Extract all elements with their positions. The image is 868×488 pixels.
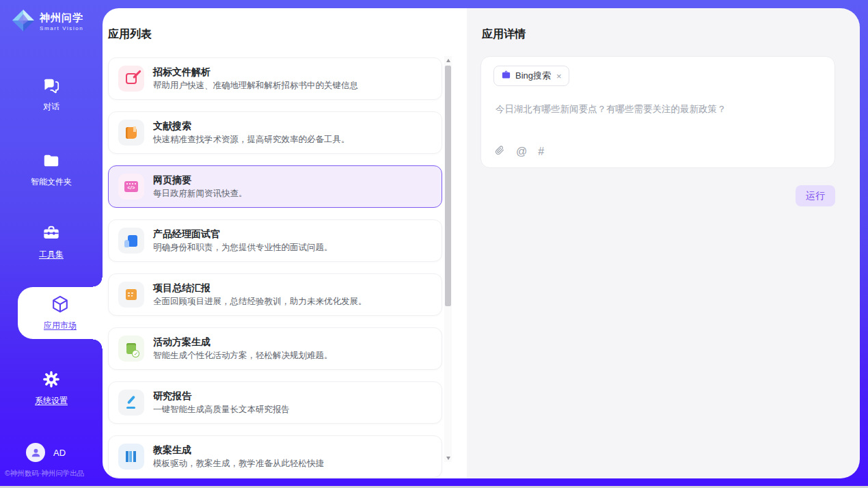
scrollbar-up-arrow-icon[interactable] <box>444 56 452 64</box>
active-nav-fillet-bottom <box>93 339 103 349</box>
app-item-title: 教案生成 <box>153 445 324 455</box>
brand: 神州问学 Smart Vision <box>12 9 83 35</box>
app-item-icon <box>118 282 144 308</box>
app-list-item[interactable]: 网页摘要 每日政府新闻资讯快查。 <box>108 165 442 208</box>
app-window: 神州问学 Smart Vision 对话 智能文件夹 <box>0 0 868 488</box>
sidebar-item-toolset[interactable]: 工具集 <box>0 224 103 260</box>
chat-icon <box>42 77 60 97</box>
app-item-icon <box>118 228 144 254</box>
list-scrollbar[interactable] <box>444 56 452 462</box>
app-item-desc: 帮助用户快速、准确地理解和解析招标书中的关键信息 <box>153 81 358 90</box>
hash-icon[interactable]: # <box>538 146 544 157</box>
run-button[interactable]: 运行 <box>796 185 835 206</box>
app-item-desc: 明确身份和职责，为您提供专业性的面试问题。 <box>153 243 333 252</box>
app-item-icon <box>118 444 144 470</box>
app-item-title: 网页摘要 <box>153 175 247 185</box>
sidebar-item-label: 对话 <box>43 101 59 113</box>
app-list-item[interactable]: 活动方案生成 智能生成个性化活动方案，轻松解决规划难题。 <box>108 327 442 370</box>
sidebar: 神州问学 Smart Vision 对话 智能文件夹 <box>0 0 103 488</box>
app-item-title: 研究报告 <box>153 391 290 401</box>
brand-subtitle: Smart Vision <box>40 25 83 31</box>
app-item-desc: 模板驱动，教案生成，教学准备从此轻松快捷 <box>153 459 324 468</box>
app-detail-title: 应用详情 <box>482 27 526 42</box>
brand-name: 神州问学 <box>40 12 83 24</box>
app-list-item[interactable]: 教案生成 模板驱动，教案生成，教学准备从此轻松快捷 <box>108 435 442 478</box>
copyright-text: ©神州数码·神州问学出品 <box>5 469 84 478</box>
sidebar-item-settings[interactable]: 系统设置 <box>0 370 103 407</box>
sidebar-item-label: 系统设置 <box>35 395 68 407</box>
app-item-title: 活动方案生成 <box>153 337 333 347</box>
user-initials: AD <box>53 448 66 458</box>
sidebar-item-label: 智能文件夹 <box>31 176 72 188</box>
sidebar-item-smart-folder[interactable]: 智能文件夹 <box>0 152 103 188</box>
mention-icon[interactable]: @ <box>516 146 527 157</box>
app-item-icon <box>118 120 144 146</box>
sidebar-item-label: 工具集 <box>39 249 64 260</box>
app-item-icon <box>118 174 144 200</box>
app-list-item[interactable]: 文献搜索 快速精准查找学术资源，提高研究效率的必备工具。 <box>108 111 442 154</box>
tag-close-icon[interactable]: × <box>556 71 562 81</box>
app-item-title: 文献搜索 <box>153 121 350 131</box>
app-detail-panel: 应用详情 Bing搜索 × 今日湖北有哪些新闻要点？有哪些需要关注的最新政策？ … <box>467 8 860 478</box>
app-item-icon <box>118 390 144 416</box>
folder-icon <box>42 152 60 172</box>
sidebar-item-app-market[interactable]: 应用市场 <box>18 287 103 339</box>
app-item-title: 招标文件解析 <box>153 67 358 77</box>
app-item-desc: 快速精准查找学术资源，提高研究效率的必备工具。 <box>153 135 350 144</box>
briefcase-icon <box>501 70 511 83</box>
avatar <box>26 443 45 462</box>
sidebar-item-label: 应用市场 <box>44 320 77 331</box>
app-list-item[interactable]: 产品经理面试官 明确身份和职责，为您提供专业性的面试问题。 <box>108 219 442 262</box>
cube-icon <box>51 295 70 316</box>
app-item-desc: 全面回顾项目进展，总结经验教训，助力未来优化发展。 <box>153 297 367 306</box>
scrollbar-thumb[interactable] <box>445 66 451 306</box>
app-item-desc: 一键智能生成高质量长文本研究报告 <box>153 405 290 414</box>
scrollbar-down-arrow-icon[interactable] <box>444 454 452 462</box>
content-container: 应用列表 招标文件解析 帮助用户快速、准确地理解和解析招标书中的关键信息 文献搜… <box>103 8 860 478</box>
app-list-panel: 应用列表 招标文件解析 帮助用户快速、准确地理解和解析招标书中的关键信息 文献搜… <box>103 8 467 478</box>
app-list-item[interactable]: 研究报告 一键智能生成高质量长文本研究报告 <box>108 381 442 424</box>
app-list-title: 应用列表 <box>108 27 152 42</box>
sidebar-item-chat[interactable]: 对话 <box>0 77 103 113</box>
query-input[interactable]: 今日湖北有哪些新闻要点？有哪些需要关注的最新政策？ <box>496 103 817 116</box>
app-item-desc: 每日政府新闻资讯快查。 <box>153 189 247 198</box>
app-list-item[interactable]: 项目总结汇报 全面回顾项目进展，总结经验教训，助力未来优化发展。 <box>108 273 442 316</box>
composer-card: Bing搜索 × 今日湖北有哪些新闻要点？有哪些需要关注的最新政策？ @ # <box>480 56 835 168</box>
toolbox-icon <box>42 224 60 245</box>
app-item-title: 产品经理面试官 <box>153 229 333 239</box>
composer-toolbar: @ # <box>494 145 544 159</box>
user-account[interactable]: AD <box>26 443 66 462</box>
tool-tag-label: Bing搜索 <box>515 70 551 82</box>
app-item-icon <box>118 336 144 362</box>
gear-icon <box>42 370 60 391</box>
active-nav-fillet-top <box>93 277 103 287</box>
app-list: 招标文件解析 帮助用户快速、准确地理解和解析招标书中的关键信息 文献搜索 快速精… <box>108 57 442 478</box>
app-list-item[interactable]: 招标文件解析 帮助用户快速、准确地理解和解析招标书中的关键信息 <box>108 57 442 100</box>
tool-tag-bing-search[interactable]: Bing搜索 × <box>493 66 569 86</box>
app-item-title: 项目总结汇报 <box>153 283 367 293</box>
brand-logo-icon <box>12 9 35 35</box>
app-item-icon <box>118 66 144 92</box>
app-item-desc: 智能生成个性化活动方案，轻松解决规划难题。 <box>153 351 333 360</box>
paperclip-icon[interactable] <box>494 145 505 159</box>
